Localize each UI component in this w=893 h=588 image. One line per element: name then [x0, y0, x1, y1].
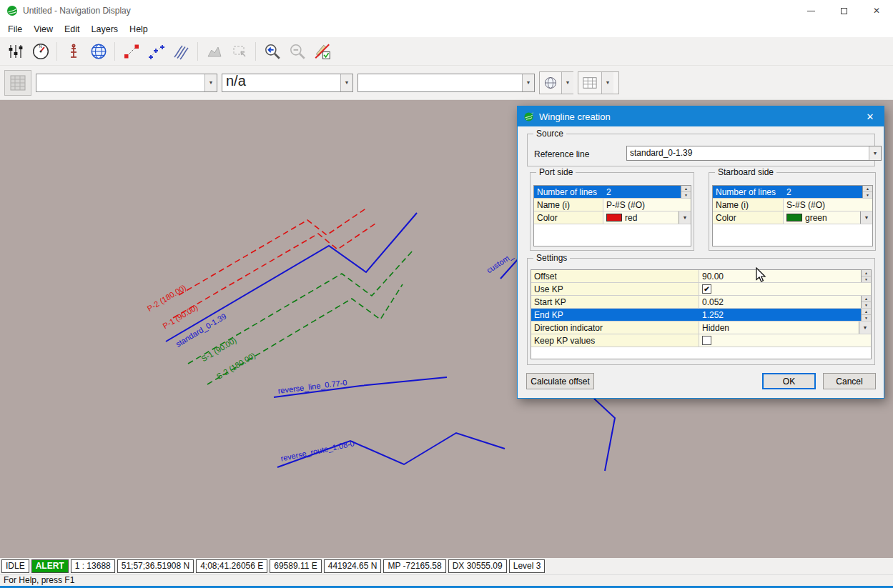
- spinner[interactable]: ▲▼: [681, 186, 691, 198]
- menu-file[interactable]: File: [2, 23, 28, 36]
- color-swatch: [606, 214, 622, 221]
- starboard-name-input[interactable]: S-#S (#O): [784, 199, 872, 211]
- table-row[interactable]: Color red ▼: [534, 211, 691, 224]
- cancel-button[interactable]: Cancel: [823, 373, 876, 389]
- chevron-down-icon[interactable]: ▼: [869, 146, 881, 160]
- spin-up-icon[interactable]: ▲: [863, 186, 872, 192]
- table-row[interactable]: Name (i) P-#S (#O): [534, 199, 691, 211]
- spin-down-icon[interactable]: ▼: [863, 192, 872, 198]
- table-row[interactable]: Number of lines 2 ▲▼: [534, 186, 691, 199]
- spin-up-icon[interactable]: ▲: [862, 296, 871, 302]
- table-row[interactable]: Keep KP values ✔: [531, 334, 871, 347]
- maximize-icon: [841, 8, 847, 14]
- grid-display-dropdown[interactable]: ▼: [578, 71, 619, 94]
- beacon-icon: [65, 43, 82, 60]
- measure-line-button[interactable]: [119, 40, 144, 63]
- chevron-down-icon[interactable]: ▼: [859, 322, 871, 334]
- spin-up-icon[interactable]: ▲: [862, 309, 871, 315]
- area-chart-icon: [206, 43, 223, 60]
- row-label: Start KP: [531, 296, 699, 308]
- chevron-down-icon[interactable]: ▼: [679, 211, 691, 224]
- close-button[interactable]: ✕: [860, 0, 893, 21]
- spin-up-icon[interactable]: ▲: [681, 186, 691, 192]
- menu-layers[interactable]: Layers: [86, 23, 124, 36]
- reference-line-combo[interactable]: standard_0-1.39 ▼: [626, 146, 882, 161]
- spin-down-icon[interactable]: ▼: [862, 276, 871, 282]
- calculate-offset-button[interactable]: Calculate offset: [526, 373, 594, 389]
- chevron-down-icon[interactable]: ▼: [601, 72, 613, 94]
- title-bar[interactable]: Untitled - Navigation Display ✕: [0, 0, 893, 21]
- use-kp-cell[interactable]: ✔: [699, 283, 871, 295]
- window-title: Untitled - Navigation Display: [23, 6, 131, 16]
- layers-toolbar: ▼ n/a ▼ ▼ ▼ ▼: [0, 66, 893, 100]
- start-kp-input[interactable]: 0.052 ▲▼: [699, 296, 871, 308]
- dialog-close-button[interactable]: ✕: [857, 106, 884, 126]
- spin-down-icon[interactable]: ▼: [862, 302, 871, 308]
- edit-validate-button[interactable]: [310, 40, 335, 63]
- menu-edit[interactable]: Edit: [59, 23, 86, 36]
- menu-view[interactable]: View: [28, 23, 59, 36]
- spin-down-icon[interactable]: ▼: [862, 315, 871, 321]
- add-line-button[interactable]: [144, 40, 169, 63]
- row-label: Name (i): [534, 199, 603, 211]
- port-name-input[interactable]: P-#S (#O): [603, 199, 691, 211]
- toolbar-separator: [114, 42, 115, 61]
- starboard-number-of-lines-input[interactable]: 2 ▲▼: [784, 186, 872, 198]
- row-label: Color: [713, 211, 784, 224]
- chevron-down-icon[interactable]: ▼: [561, 72, 573, 94]
- scale-combo-value: n/a: [222, 74, 340, 91]
- zoom-previous-button[interactable]: [260, 40, 285, 63]
- layer-combo-right[interactable]: ▼: [357, 74, 535, 92]
- spinner[interactable]: ▲▼: [861, 309, 871, 321]
- table-row[interactable]: Number of lines 2 ▲▼: [713, 186, 872, 199]
- projection-dropdown[interactable]: ▼: [539, 71, 573, 94]
- globe-view-button[interactable]: [86, 40, 111, 63]
- offset-input[interactable]: 90.00 ▲▼: [699, 270, 871, 282]
- group-label: Settings: [533, 253, 570, 263]
- spinner[interactable]: ▲▼: [861, 296, 871, 308]
- row-value: S-#S (#O): [786, 200, 825, 210]
- spin-up-icon[interactable]: ▲: [862, 270, 871, 276]
- table-row[interactable]: Start KP 0.052 ▲▼: [531, 296, 871, 309]
- maximize-button[interactable]: [827, 0, 860, 21]
- menu-help[interactable]: Help: [124, 23, 154, 36]
- table-row[interactable]: End KP 1.252 ▲▼: [531, 309, 871, 322]
- layer-combo-left[interactable]: ▼: [36, 74, 217, 92]
- direction-indicator-combo[interactable]: Hidden ▼: [699, 322, 871, 334]
- beacon-button[interactable]: [61, 40, 86, 63]
- scale-combo[interactable]: n/a ▼: [222, 74, 353, 92]
- spin-down-icon[interactable]: ▼: [681, 192, 691, 198]
- chevron-down-icon[interactable]: ▼: [522, 74, 534, 91]
- mixer-icon: [7, 43, 24, 60]
- use-kp-checkbox[interactable]: ✔: [702, 284, 711, 294]
- table-row[interactable]: Offset 90.00 ▲▼: [531, 270, 871, 283]
- table-row[interactable]: Use KP ✔: [531, 283, 871, 296]
- table-row[interactable]: Direction indicator Hidden ▼: [531, 322, 871, 334]
- chevron-down-icon[interactable]: ▼: [204, 74, 217, 91]
- compass-button[interactable]: N: [28, 40, 53, 63]
- port-number-of-lines-input[interactable]: 2 ▲▼: [603, 186, 691, 198]
- keep-kp-values-checkbox[interactable]: ✔: [702, 336, 711, 345]
- row-value: 1.252: [702, 310, 724, 320]
- spinner[interactable]: ▲▼: [861, 270, 871, 282]
- group-label: Starboard side: [715, 167, 776, 177]
- starboard-color-combo[interactable]: green ▼: [784, 211, 872, 224]
- table-row[interactable]: Name (i) S-#S (#O): [713, 199, 872, 211]
- minimize-icon: [807, 11, 815, 11]
- row-value: 2: [786, 187, 791, 197]
- source-group: Source Reference line standard_0-1.39 ▼: [527, 134, 875, 166]
- filter-settings-button[interactable]: [3, 40, 28, 63]
- dialog-title-bar[interactable]: Wingline creation ✕: [518, 106, 884, 126]
- spinner[interactable]: ▲▼: [862, 186, 872, 198]
- color-swatch: [786, 214, 802, 221]
- end-kp-input[interactable]: 1.252 ▲▼: [699, 309, 871, 321]
- port-color-combo[interactable]: red ▼: [603, 211, 691, 224]
- parallel-lines-button[interactable]: [169, 40, 194, 63]
- chevron-down-icon[interactable]: ▼: [340, 74, 352, 91]
- table-row[interactable]: Color green ▼: [713, 211, 872, 224]
- starboard-side-group: Starboard side Number of lines 2 ▲▼ Name…: [709, 172, 876, 251]
- chevron-down-icon[interactable]: ▼: [860, 211, 872, 224]
- minimize-button[interactable]: [794, 0, 827, 21]
- ok-button[interactable]: OK: [762, 373, 816, 389]
- keep-kp-values-cell[interactable]: ✔: [699, 334, 871, 347]
